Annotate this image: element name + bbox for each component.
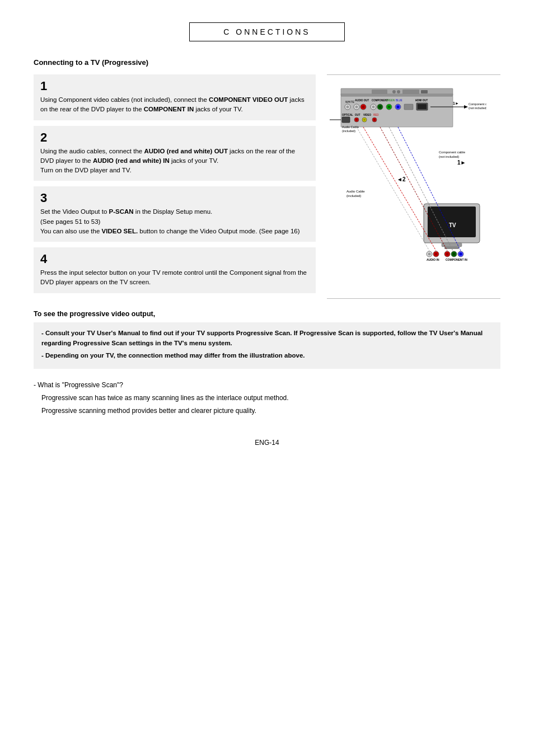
svg-text:Component cable: Component cable [439, 151, 466, 154]
main-content: 1 Using Component video cables (not incl… [34, 74, 500, 299]
svg-text:OUT: OUT [355, 114, 360, 116]
svg-point-41 [373, 119, 376, 121]
svg-point-35 [355, 119, 358, 121]
svg-text:WHITE: WHITE [345, 100, 355, 104]
step-3-text: Set the Video Output to P-SCAN in the Di… [40, 207, 309, 236]
svg-text:(not included): (not included) [469, 106, 486, 110]
svg-text:HDMI OUT: HDMI OUT [415, 99, 428, 102]
svg-point-10 [346, 106, 349, 109]
connection-diagram: WHITE AUDIO OUT COMPONENT GREEN BLUE [327, 74, 500, 299]
page-number: ENG-14 [34, 439, 500, 447]
svg-point-63 [446, 253, 449, 256]
step-2-number: 2 [40, 132, 309, 144]
svg-point-67 [460, 253, 462, 256]
step-1-block: 1 Using Component video cables (not incl… [34, 74, 316, 120]
svg-text:◄2: ◄2 [397, 176, 406, 182]
svg-text:(included): (included) [346, 194, 361, 198]
svg-text:VIDEO: VIDEO [363, 114, 372, 116]
svg-point-15 [362, 106, 365, 109]
step-3-block: 3 Set the Video Output to P-SCAN in the … [34, 186, 316, 242]
svg-point-18 [372, 106, 375, 109]
svg-text:OPTICAL: OPTICAL [342, 114, 353, 116]
step-2-block: 2 Using the audio cables, connect the AU… [34, 126, 316, 181]
svg-rect-2 [372, 90, 387, 94]
svg-text:GREEN: GREEN [386, 99, 395, 102]
svg-line-73 [363, 127, 436, 251]
svg-point-65 [453, 253, 456, 256]
connections-title: C ONNECTIONS [189, 22, 344, 41]
svg-point-20 [379, 106, 382, 109]
svg-text:AUDIO OUT: AUDIO OUT [355, 99, 369, 102]
svg-line-70 [380, 127, 447, 251]
step-3-number: 3 [40, 192, 309, 204]
svg-point-4 [397, 90, 400, 93]
info-title: - What is "Progressive Scan"? [34, 380, 500, 391]
info-line-2: Progressive scanning method provides bet… [34, 406, 500, 416]
svg-text:1►: 1► [457, 159, 466, 166]
steps-column: 1 Using Component video cables (not incl… [34, 74, 316, 299]
svg-rect-32 [342, 117, 350, 123]
section-title: Connecting to a TV (Progressive) [34, 58, 500, 67]
diagram-svg: WHITE AUDIO OUT COMPONENT GREEN BLUE [330, 81, 486, 271]
svg-line-69 [389, 127, 453, 251]
svg-text:BLUE: BLUE [396, 99, 402, 102]
svg-text:Audio Cable: Audio Cable [346, 190, 365, 193]
svg-point-26 [397, 106, 400, 109]
svg-text:RED: RED [373, 114, 379, 116]
svg-text:COMPONENT IN: COMPONENT IN [446, 258, 467, 261]
svg-point-3 [392, 90, 396, 93]
svg-line-72 [357, 127, 429, 251]
progressive-note-title: To see the progressive video output, [34, 310, 500, 318]
note-box: - Consult your TV User's Manual to find … [34, 322, 500, 369]
note-line-2: - Depending on your TV, the connection m… [41, 350, 493, 360]
info-line-1: Progressive scan has twice as many scann… [34, 393, 500, 403]
svg-text:1►: 1► [453, 101, 459, 105]
svg-rect-27 [404, 104, 413, 110]
svg-text:Audio Cable: Audio Cable [342, 125, 359, 129]
svg-point-60 [435, 253, 438, 256]
progressive-note-section: To see the progressive video output, - C… [34, 310, 500, 369]
svg-text:AUDIO IN: AUDIO IN [427, 258, 439, 261]
progressive-scan-info: - What is "Progressive Scan"? Progressiv… [34, 380, 500, 417]
svg-point-38 [363, 119, 366, 121]
svg-rect-5 [402, 90, 419, 94]
svg-text:TV: TV [449, 222, 456, 228]
page-header: C ONNECTIONS [34, 22, 500, 41]
step-4-text: Press the input selector button on your … [40, 268, 309, 288]
svg-rect-6 [421, 90, 428, 93]
svg-marker-43 [464, 105, 468, 109]
svg-text:(included): (included) [342, 129, 355, 133]
step-2-text: Using the audio cables, connect the AUDI… [40, 147, 309, 176]
svg-point-13 [355, 106, 358, 109]
svg-rect-1 [341, 94, 453, 96]
note-line-1: - Consult your TV User's Manual to find … [41, 328, 493, 349]
step-1-number: 1 [40, 80, 309, 92]
svg-text:(not included): (not included) [439, 155, 459, 158]
svg-text:Component cable: Component cable [469, 102, 486, 106]
step-4-number: 4 [40, 253, 309, 265]
svg-point-58 [428, 253, 431, 256]
svg-point-23 [388, 106, 391, 109]
svg-rect-30 [418, 104, 427, 109]
step-1-text: Using Component video cables (not includ… [40, 95, 309, 115]
step-4-block: 4 Press the input selector button on you… [34, 247, 316, 293]
svg-rect-55 [444, 247, 459, 249]
